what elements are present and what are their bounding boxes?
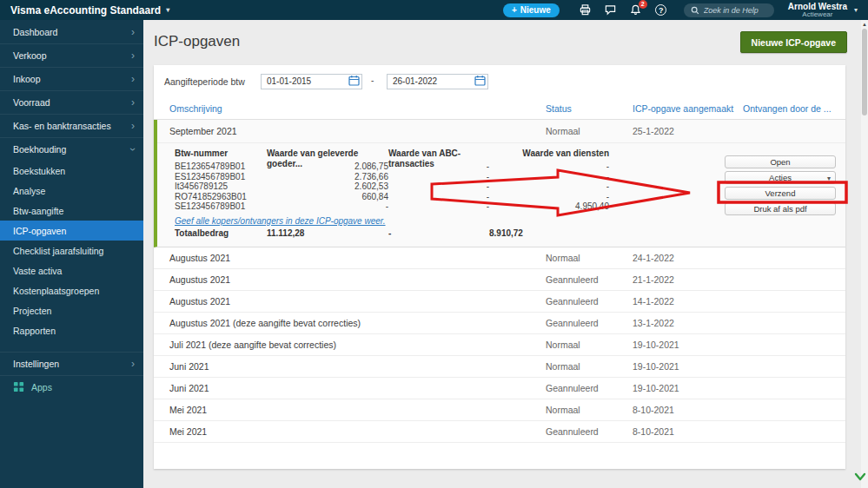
help-search-input[interactable]: [704, 6, 773, 15]
date-to-input[interactable]: [387, 74, 488, 89]
topbar: Visma eAccounting Standaard ▾ + Nieuwe 2…: [0, 0, 868, 20]
sidebar-item-kostenplaatsgroepen[interactable]: Kostenplaatsgroepen: [0, 280, 143, 300]
chevron-right-icon: ›: [131, 96, 135, 109]
sidebar-item-voorraad[interactable]: Voorraad›: [0, 90, 143, 114]
date-from-input[interactable]: [261, 74, 362, 89]
sidebar-item-kas-en-banktransacties[interactable]: Kas- en banktransacties›: [0, 114, 143, 137]
plus-icon: +: [512, 5, 517, 15]
table-row[interactable]: Augustus 2021 (deze aangifte bevat corre…: [154, 313, 845, 334]
row-date: 25-1-2022: [633, 126, 743, 136]
sidebar-item-dashboard[interactable]: Dashboard›: [0, 20, 143, 43]
row-status: Normaal: [546, 126, 633, 136]
table-row[interactable]: Augustus 2021 Geannuleerd 21-1-2022: [154, 269, 845, 291]
new-icp-opgave-button[interactable]: Nieuwe ICP-opgave: [740, 31, 847, 53]
table-row[interactable]: September 2021 Normaal 25-1-2022: [157, 120, 845, 143]
print-pdf-button[interactable]: Druk af als pdf: [725, 202, 836, 215]
calendar-icon[interactable]: [348, 75, 360, 86]
sidebar-item-boekstukken[interactable]: Boekstukken: [0, 161, 143, 181]
chevron-right-icon: ›: [131, 120, 135, 132]
table-row[interactable]: Juli 2021 (deze aangifte bevat correctie…: [154, 334, 845, 356]
help-search[interactable]: [684, 3, 774, 17]
acties-dropdown[interactable]: Acties▾: [725, 171, 836, 184]
icp-list-panel: Aangifteperiode btw - Omschrijving Statu…: [154, 65, 845, 469]
sidebar-item-projecten[interactable]: Projecten: [0, 300, 143, 320]
verzend-button[interactable]: Verzend: [725, 187, 836, 200]
chevron-down-icon: ▾: [827, 174, 831, 184]
new-button-label: Nieuwe: [520, 5, 551, 15]
table-header-row: Omschrijving Status ICP-opgave aangemaak…: [154, 98, 845, 120]
scroll-down-icon[interactable]: [854, 470, 866, 485]
new-button[interactable]: + Nieuwe: [503, 3, 560, 17]
sidebar-item-verkoop[interactable]: Verkoop›: [0, 43, 143, 67]
table-row[interactable]: Juni 2021 Normaal 19-10-2021: [154, 356, 845, 378]
app-title: Visma eAccounting Standaard: [10, 4, 161, 16]
help-icon[interactable]: ?: [654, 3, 668, 17]
sidebar: Dashboard› Verkoop› Inkoop› Voorraad› Ka…: [0, 20, 143, 488]
detail-total-row: Totaalbedrag 11.112,28 - 8.910,72: [157, 228, 845, 240]
open-button[interactable]: Open: [725, 155, 836, 168]
table-row[interactable]: Mei 2021 Geannuleerd 8-10-2021: [154, 421, 845, 443]
main-content: ICP-opgaven Nieuwe ICP-opgave Aangiftepe…: [143, 20, 861, 488]
user-chevron-down-icon[interactable]: ▾: [854, 6, 858, 14]
chevron-right-icon: ›: [131, 49, 135, 62]
sidebar-item-instellingen[interactable]: Instellingen›: [0, 352, 143, 375]
scrollbar[interactable]: ▲: [861, 20, 868, 488]
date-separator: -: [371, 76, 374, 85]
row-omschrijving: September 2021: [169, 126, 546, 136]
app-brand[interactable]: Visma eAccounting Standaard ▾: [0, 4, 167, 16]
sidebar-item-inkoop[interactable]: Inkoop›: [0, 67, 143, 90]
sidebar-item-checklist-jaarafsluiting[interactable]: Checklist jaarafsluiting: [0, 241, 143, 260]
column-header-ontvangen[interactable]: Ontvangen door de ...: [743, 103, 845, 114]
print-icon[interactable]: [579, 3, 593, 17]
sidebar-item-btw-aangifte[interactable]: Btw-aangifte: [0, 201, 143, 221]
table-row[interactable]: Mei 2021 Normaal 8-10-2021: [154, 399, 845, 421]
sidebar-item-vaste-activa[interactable]: Vaste activa: [0, 260, 143, 280]
search-icon: [691, 3, 699, 18]
sidebar-item-icp-opgaven[interactable]: ICP-opgaven: [0, 221, 143, 241]
table-row[interactable]: Augustus 2021 Geannuleerd 14-1-2022: [154, 291, 845, 313]
filter-row: Aangifteperiode btw -: [154, 65, 845, 98]
user-name: Arnold Westra: [788, 2, 847, 11]
apps-icon: [13, 381, 24, 394]
column-header-status[interactable]: Status: [546, 103, 633, 114]
chevron-down-icon: ▾: [166, 6, 169, 14]
chevron-right-icon: ›: [131, 358, 135, 370]
icp-detail: Btw-nummer Waarde van geleverde goeder..…: [157, 148, 845, 252]
chat-icon[interactable]: [604, 3, 618, 17]
sidebar-item-boekhouding[interactable]: Boekhouding›: [0, 137, 143, 161]
bell-icon[interactable]: 2: [629, 3, 643, 17]
chevron-down-icon: ›: [127, 148, 139, 151]
sidebar-item-analyse[interactable]: Analyse: [0, 181, 143, 201]
total-label: Totaalbedrag: [175, 228, 267, 240]
show-all-buyers-link[interactable]: Geef alle kopers/ontvangers in deze ICP-…: [175, 216, 386, 226]
sidebar-item-apps[interactable]: Apps: [0, 375, 143, 399]
calendar-icon[interactable]: [474, 75, 486, 86]
column-header-omschrijving[interactable]: Omschrijving: [169, 103, 546, 114]
scroll-up-icon[interactable]: ▲: [861, 22, 868, 27]
column-header-aangemaakt[interactable]: ICP-opgave aangemaakt: [633, 103, 743, 114]
scrollbar-thumb[interactable]: [862, 29, 867, 115]
chevron-right-icon: ›: [131, 73, 135, 85]
page-title: ICP-opgaven: [154, 33, 240, 50]
notification-badge: 2: [639, 0, 647, 9]
filter-label: Aangifteperiode btw: [164, 76, 245, 87]
user-company: Actiewear: [788, 11, 847, 19]
expanded-row-september-2021: September 2021 Normaal 25-1-2022 Btw-num…: [154, 120, 845, 247]
user-menu[interactable]: Arnold Westra Actiewear: [788, 2, 847, 19]
sidebar-item-rapporten[interactable]: Rapporten: [0, 320, 143, 340]
table-row[interactable]: Juni 2021 Geannuleerd 19-10-2021: [154, 378, 845, 399]
action-buttons: Open Acties▾ Verzend Druk af als pdf: [725, 155, 836, 218]
chevron-right-icon: ›: [131, 26, 135, 38]
